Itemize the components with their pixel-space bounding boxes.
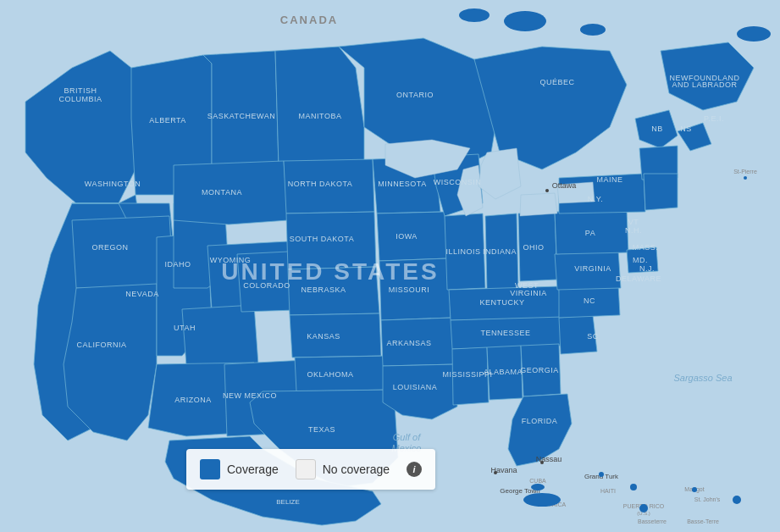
svg-text:NORTH DAKOTA: NORTH DAKOTA bbox=[288, 180, 353, 188]
map-container: CANADA BRITISH COLUMBIA ALBERTA SASKATCH… bbox=[0, 0, 780, 532]
svg-text:INDIANA: INDIANA bbox=[483, 247, 517, 256]
svg-text:TEXAS: TEXAS bbox=[308, 425, 335, 434]
svg-point-84 bbox=[599, 472, 604, 477]
svg-point-1 bbox=[504, 11, 546, 31]
svg-text:BRITISH: BRITISH bbox=[64, 86, 97, 95]
svg-text:ARIZONA: ARIZONA bbox=[174, 396, 212, 404]
svg-point-90 bbox=[531, 484, 545, 490]
info-icon[interactable]: i bbox=[407, 462, 422, 477]
svg-text:MAINE: MAINE bbox=[596, 175, 622, 184]
no-coverage-swatch bbox=[296, 459, 316, 479]
svg-text:IOWA: IOWA bbox=[396, 232, 418, 241]
svg-text:NB: NB bbox=[651, 125, 663, 133]
coverage-swatch bbox=[200, 459, 220, 479]
svg-text:UTAH: UTAH bbox=[174, 324, 196, 332]
svg-point-67 bbox=[545, 189, 549, 192]
svg-text:KENTUCKY: KENTUCKY bbox=[479, 298, 524, 307]
svg-text:Ottawa: Ottawa bbox=[552, 181, 577, 190]
canada-label: CANADA bbox=[280, 14, 338, 26]
svg-text:GEORGIA: GEORGIA bbox=[520, 366, 559, 374]
svg-text:NEW MEXICO: NEW MEXICO bbox=[223, 391, 277, 400]
svg-text:SASKATCHEWAN: SASKATCHEWAN bbox=[207, 112, 276, 120]
svg-text:MISSOURI: MISSOURI bbox=[389, 285, 430, 294]
svg-text:NS: NS bbox=[680, 125, 692, 133]
svg-text:Basse-Terre: Basse-Terre bbox=[687, 518, 719, 524]
svg-text:LOUISIANA: LOUISIANA bbox=[393, 383, 438, 391]
svg-text:N.Y.: N.Y. bbox=[588, 195, 603, 203]
svg-text:CUBA: CUBA bbox=[529, 478, 546, 484]
svg-text:WISCONSIN: WISCONSIN bbox=[434, 178, 482, 186]
svg-text:ILLINOIS: ILLINOIS bbox=[445, 247, 480, 256]
svg-text:ONTARIO: ONTARIO bbox=[396, 91, 434, 99]
svg-text:MANITOBA: MANITOBA bbox=[299, 112, 342, 120]
svg-text:St. John's: St. John's bbox=[694, 496, 721, 502]
svg-text:VT: VT bbox=[628, 218, 639, 226]
svg-text:BELIZE: BELIZE bbox=[276, 498, 300, 506]
svg-point-85 bbox=[630, 484, 637, 490]
svg-text:ALABAMA: ALABAMA bbox=[484, 368, 523, 376]
svg-point-3 bbox=[737, 26, 771, 42]
svg-text:OHIO: OHIO bbox=[523, 243, 544, 252]
svg-text:N.H.: N.H. bbox=[625, 226, 642, 235]
svg-text:TENNESSEE: TENNESSEE bbox=[480, 329, 530, 337]
svg-text:NEBRASKA: NEBRASKA bbox=[301, 285, 346, 294]
svg-text:OKLAHOMA: OKLAHOMA bbox=[307, 370, 353, 379]
no-coverage-label: No coverage bbox=[323, 463, 390, 476]
svg-text:CALIFORNIA: CALIFORNIA bbox=[76, 341, 126, 349]
svg-text:SOUTH DAKOTA: SOUTH DAKOTA bbox=[290, 235, 354, 243]
svg-point-87 bbox=[692, 487, 697, 492]
svg-point-88 bbox=[733, 496, 741, 504]
svg-point-86 bbox=[639, 504, 648, 513]
svg-text:Basseterre: Basseterre bbox=[638, 518, 667, 524]
svg-point-4 bbox=[580, 24, 606, 36]
svg-text:MINNESOTA: MINNESOTA bbox=[378, 180, 426, 188]
svg-text:Nassau: Nassau bbox=[536, 455, 562, 463]
coverage-label: Coverage bbox=[227, 463, 279, 476]
svg-text:SC: SC bbox=[587, 332, 599, 341]
svg-text:ARKANSAS: ARKANSAS bbox=[386, 339, 431, 347]
svg-point-2 bbox=[459, 8, 490, 22]
svg-point-89 bbox=[523, 493, 561, 507]
svg-text:COLUMBIA: COLUMBIA bbox=[58, 95, 102, 103]
svg-text:PA: PA bbox=[585, 229, 595, 237]
svg-text:IDAHO: IDAHO bbox=[164, 260, 191, 269]
svg-text:ALBERTA: ALBERTA bbox=[149, 116, 186, 125]
svg-text:FLORIDA: FLORIDA bbox=[522, 417, 558, 425]
svg-point-71 bbox=[540, 461, 544, 464]
svg-text:HAITI: HAITI bbox=[600, 488, 616, 494]
svg-text:N.J.: N.J. bbox=[639, 264, 655, 273]
legend: Coverage No coverage i bbox=[186, 449, 435, 490]
svg-text:St-Pierre: St-Pierre bbox=[733, 169, 757, 175]
svg-point-93 bbox=[744, 176, 747, 180]
svg-point-69 bbox=[494, 471, 497, 474]
svg-text:P.E.I.: P.E.I. bbox=[704, 114, 724, 123]
coverage-legend-item: Coverage bbox=[200, 459, 279, 479]
svg-text:KANSAS: KANSAS bbox=[307, 332, 340, 341]
svg-text:MONTANA: MONTANA bbox=[202, 188, 242, 197]
svg-text:Sargasso Sea: Sargasso Sea bbox=[673, 373, 732, 383]
svg-text:DELAWARE: DELAWARE bbox=[616, 274, 661, 283]
svg-text:MD.: MD. bbox=[633, 256, 648, 264]
svg-text:QUÉBEC: QUÉBEC bbox=[539, 78, 574, 86]
no-coverage-legend-item: No coverage bbox=[296, 459, 390, 479]
svg-text:WASHINGTON: WASHINGTON bbox=[85, 180, 141, 188]
svg-text:OREGON: OREGON bbox=[91, 243, 128, 252]
svg-text:MASS.: MASS. bbox=[633, 243, 659, 252]
svg-text:VIRGINIA: VIRGINIA bbox=[510, 289, 547, 297]
svg-text:VIRGINIA: VIRGINIA bbox=[574, 264, 611, 273]
us-label: UNITED STATES bbox=[221, 258, 439, 285]
svg-text:NEVADA: NEVADA bbox=[125, 290, 158, 298]
svg-text:NC: NC bbox=[584, 296, 595, 305]
svg-text:AND LABRADOR: AND LABRADOR bbox=[672, 80, 737, 89]
svg-text:Gulf of: Gulf of bbox=[393, 432, 421, 442]
